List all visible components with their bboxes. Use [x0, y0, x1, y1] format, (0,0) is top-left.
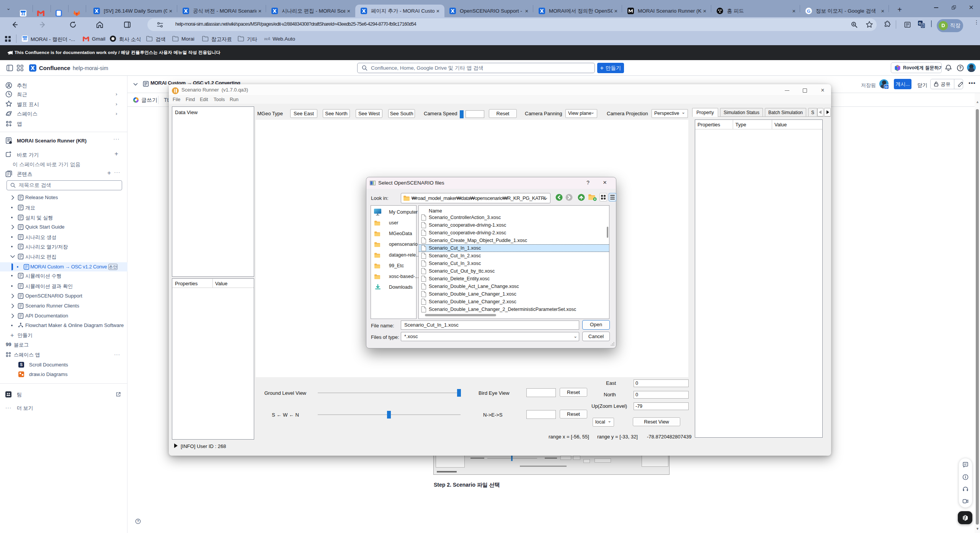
svg-text:G: G	[807, 8, 810, 13]
svg-text:?: ?	[137, 520, 139, 523]
svg-text:?: ?	[959, 65, 961, 70]
svg-text:文: 文	[921, 24, 924, 28]
